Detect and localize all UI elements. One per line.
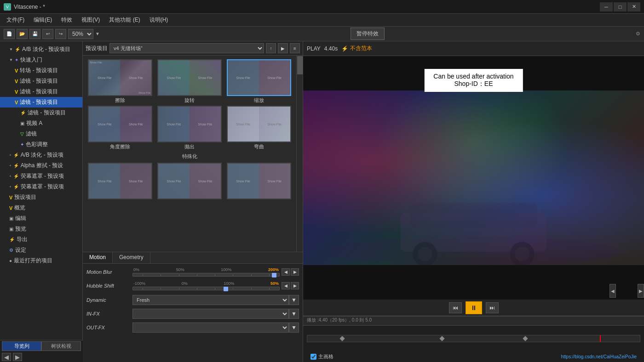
sidebar-item-label: 滤镜 bbox=[26, 130, 37, 138]
timeline-marker-1 bbox=[340, 337, 344, 340]
preview-area: Can be used after activation Shop-ID：EE bbox=[303, 56, 644, 300]
sidebar-item-filter-sub-bolt[interactable]: ⚡ 滤镜 - 预设项目 bbox=[0, 107, 82, 118]
sidebar-item-ab-fade2[interactable]: + ⚡ A/B 淡化 - 预设项 bbox=[0, 150, 82, 160]
zoom-select[interactable]: 50% bbox=[68, 29, 93, 39]
titlebar: V Vitascene - * ─ □ ✕ bbox=[0, 0, 644, 14]
timeline-bar[interactable] bbox=[307, 335, 640, 342]
thumb-anglewipe[interactable]: Show File Show File 角度擦除 bbox=[86, 106, 154, 150]
close-button[interactable]: ✕ bbox=[627, 2, 640, 11]
sidebar-item-preset[interactable]: V 预设项目 bbox=[0, 192, 82, 203]
menu-help[interactable]: 说明(H) bbox=[145, 14, 173, 26]
thumb-special3[interactable]: Show File Show File bbox=[225, 163, 293, 199]
sidebar-item-video-a[interactable]: ▣ 视频 A bbox=[0, 118, 82, 129]
motion-blur-btn2[interactable]: ▶ bbox=[291, 268, 299, 276]
sidebar-item-quickstart[interactable]: ▼ ✦ 快速入门 bbox=[0, 55, 82, 65]
preview-video-bg bbox=[303, 90, 644, 265]
preset-select[interactable]: v4 无缝转场" bbox=[109, 43, 264, 53]
tree-view-tab[interactable]: 树状检视 bbox=[41, 341, 81, 351]
minimize-button[interactable]: ─ bbox=[600, 2, 613, 11]
sidebar-item-export[interactable]: ⚡ 导出 bbox=[0, 234, 82, 245]
main-frame-checkbox[interactable] bbox=[310, 354, 316, 360]
bolt-icon: ⚡ bbox=[341, 45, 348, 52]
sidebar-item-ab-fade[interactable]: ▼ ⚡ A/B 淡化 - 预设项目 bbox=[0, 44, 82, 55]
out-fx-arrow[interactable]: ▼ bbox=[289, 322, 299, 333]
thumbnails-scrollbar[interactable] bbox=[296, 56, 303, 252]
hubble-shift-btn1[interactable]: ◀ bbox=[282, 282, 290, 289]
sidebar-back-button[interactable]: ◀ bbox=[2, 353, 11, 361]
out-fx-select[interactable] bbox=[132, 322, 289, 333]
hubble-shift-track[interactable] bbox=[132, 287, 280, 290]
motion-blur-handle[interactable] bbox=[272, 273, 276, 277]
open-button[interactable]: 📂 bbox=[17, 29, 28, 39]
sidebar-item-screen-mask2[interactable]: + ⚡ 荧幕遮罩 - 预设项 bbox=[0, 181, 82, 192]
prev-button[interactable]: ⏮ bbox=[449, 302, 462, 313]
motion-blur-track[interactable] bbox=[132, 273, 280, 277]
thumb-zoom[interactable]: Show File Show File 缩放 bbox=[225, 59, 293, 104]
dynamic-row: Dynamic Fresh ▼ bbox=[86, 295, 299, 305]
preset-play-button[interactable]: ▶ bbox=[278, 43, 288, 53]
hubble-shift-label: Hubble Shift bbox=[86, 283, 132, 288]
menu-effects[interactable]: 特效 bbox=[57, 14, 77, 26]
redo-button[interactable]: ↪ bbox=[55, 29, 66, 39]
dynamic-arrow[interactable]: ▼ bbox=[289, 295, 299, 305]
new-button[interactable]: 📄 bbox=[4, 29, 15, 39]
motion-blur-btn1[interactable]: ◀ bbox=[282, 268, 290, 276]
v-icon: V bbox=[9, 205, 12, 211]
gear-icon: ⚙ bbox=[9, 248, 13, 253]
hubble-shift-btn2[interactable]: ▶ bbox=[291, 282, 299, 289]
preset-menu-button[interactable]: ≡ bbox=[290, 43, 300, 53]
thumb-wipe[interactable]: Show File Show File Show File Show File … bbox=[86, 59, 154, 104]
pause-effects-button[interactable]: 暂停特效 bbox=[351, 28, 385, 40]
geometry-tab[interactable]: Geometry bbox=[113, 252, 150, 263]
sidebar-item-screen-mask1[interactable]: + ⚡ 荧幕遮罩 - 预设项 bbox=[0, 171, 82, 181]
next-button[interactable]: ⏭ bbox=[486, 302, 499, 313]
sidebar-item-recent[interactable]: ● 最近打开的项目 bbox=[0, 255, 82, 266]
sidebar-item-overview[interactable]: V 概览 bbox=[0, 203, 82, 213]
nav-list-tab[interactable]: 导览列 bbox=[2, 341, 41, 351]
square-icon: ▣ bbox=[20, 121, 24, 126]
thumb-rotate[interactable]: Show File Show File 旋转 bbox=[156, 59, 224, 104]
preview-status: PLAY bbox=[307, 45, 321, 52]
menu-edit[interactable]: 编辑(E) bbox=[29, 14, 57, 26]
star-icon: ✦ bbox=[15, 57, 18, 62]
menu-view[interactable]: 视图(V) bbox=[77, 14, 104, 26]
center-panel: 预设项目 v4 无缝转场" ↑ ▶ ≡ Show File Show File … bbox=[83, 41, 303, 362]
thumb-bend[interactable]: Show File Show File 弯曲 bbox=[225, 106, 293, 150]
main-frame-label[interactable]: 主画格 bbox=[310, 353, 334, 360]
v-icon: V bbox=[9, 195, 12, 200]
sidebar-item-transition-preset[interactable]: V 转场 - 预设项目 bbox=[0, 65, 82, 76]
preview-scroll-right[interactable]: ▶ bbox=[638, 284, 644, 298]
sidebar-item-filter-preset1[interactable]: V 滤镜 - 预设项目 bbox=[0, 76, 82, 86]
in-fx-arrow[interactable]: ▼ bbox=[289, 309, 299, 319]
bolt-icon: ⚡ bbox=[20, 110, 26, 115]
motion-tab[interactable]: Motion bbox=[83, 252, 113, 263]
save-button[interactable]: 💾 bbox=[29, 29, 40, 39]
maximize-button[interactable]: □ bbox=[614, 2, 627, 11]
play-pause-button[interactable]: ⏸ bbox=[466, 301, 482, 314]
timeline-playhead[interactable] bbox=[600, 335, 601, 342]
hubble-shift-handle[interactable] bbox=[224, 287, 228, 291]
sidebar-forward-button[interactable]: ▶ bbox=[13, 353, 22, 361]
sidebar-item-filter[interactable]: ▽ 滤镜 bbox=[0, 129, 82, 139]
sidebar-item-color-adjust[interactable]: ✦ 色彩调整 bbox=[0, 139, 82, 150]
in-fx-select[interactable] bbox=[132, 309, 289, 319]
scrollbar-thumb[interactable] bbox=[297, 56, 303, 74]
label-200: 200% bbox=[268, 267, 279, 272]
sidebar-item-alpha-wipe[interactable]: + ⚡ Alpha 擦拭 - 预设 bbox=[0, 160, 82, 171]
main-frame-text: 主画格 bbox=[318, 353, 334, 360]
menu-extra[interactable]: 其他功能 (E) bbox=[104, 14, 144, 26]
sidebar-item-preview[interactable]: ▣ 预览 bbox=[0, 224, 82, 234]
dynamic-select[interactable]: Fresh bbox=[132, 295, 289, 305]
undo-button[interactable]: ↩ bbox=[42, 29, 53, 39]
menu-file[interactable]: 文件(F) bbox=[2, 14, 29, 26]
thumb-push[interactable]: Show File Show File 抛出 bbox=[156, 106, 224, 150]
sidebar-item-settings[interactable]: ⚙ 设定 bbox=[0, 245, 82, 255]
thumb-special2[interactable]: Show File Show File bbox=[156, 163, 224, 199]
sidebar-item-filter-preset3-selected[interactable]: V 滤镜 - 预设项目 bbox=[0, 97, 82, 107]
special-section-label: 特殊化 bbox=[86, 152, 293, 161]
sidebar-item-filter-preset2[interactable]: V 滤镜 - 预设项目 bbox=[0, 86, 82, 97]
preview-scroll-left[interactable]: ◀ bbox=[610, 284, 616, 298]
sidebar-item-edit[interactable]: ▣ 编辑 bbox=[0, 213, 82, 224]
preset-up-button[interactable]: ↑ bbox=[266, 43, 276, 53]
thumb-special1[interactable]: Show File Show File bbox=[86, 163, 154, 199]
